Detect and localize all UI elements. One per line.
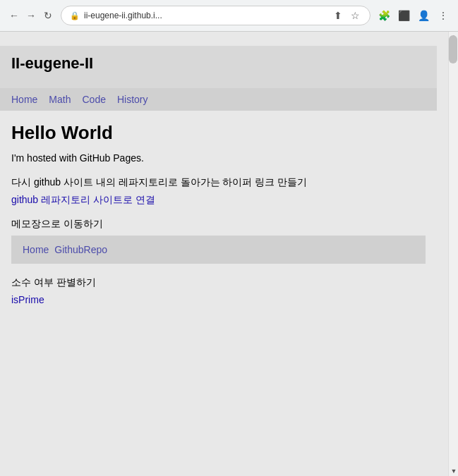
extensions-button[interactable]: 🧩: [376, 8, 392, 23]
code-home-link[interactable]: Home: [23, 244, 49, 255]
section3: 소수 여부 판별하기 isPrime: [11, 275, 426, 305]
address-text: ii-eugene-ii.github.i...: [84, 11, 328, 20]
page-content: II-eugene-II Home Math Code History Hell…: [0, 32, 448, 476]
code-links: Home GithubRepo: [23, 244, 414, 255]
site-title: II-eugene-II: [11, 54, 426, 73]
page-heading: Hello World: [11, 122, 426, 144]
section2: 메모장으로 이동하기: [11, 216, 426, 231]
address-actions: ⬆ ☆: [332, 10, 361, 21]
profile-button[interactable]: 👤: [416, 8, 431, 23]
back-button[interactable]: ←: [7, 8, 21, 23]
browser-chrome: ← → ↻ 🔒 ii-eugene-ii.github.i... ⬆ ☆ 🧩 ⬛…: [0, 0, 458, 32]
forward-button[interactable]: →: [24, 8, 38, 23]
nav-home[interactable]: Home: [11, 94, 37, 105]
nav-code[interactable]: Code: [82, 94, 105, 105]
page-subtitle: I'm hosted with GitHub Pages.: [11, 152, 426, 164]
sync-button[interactable]: ⬛: [396, 8, 411, 23]
code-section: Home GithubRepo: [11, 236, 426, 264]
reload-button[interactable]: ↻: [41, 8, 55, 23]
section3-text: 소수 여부 판별하기: [11, 275, 426, 290]
site-nav: Home Math Code History: [0, 88, 437, 111]
nav-buttons: ← → ↻: [7, 8, 55, 23]
section2-text: 메모장으로 이동하기: [11, 216, 426, 231]
section1-text: 다시 github 사이트 내의 레파지토리로 돌아가는 하이퍼 링크 만들기: [11, 175, 426, 190]
scroll-track[interactable]: ▲ ▼: [448, 32, 458, 476]
address-bar[interactable]: 🔒 ii-eugene-ii.github.i... ⬆ ☆: [61, 6, 370, 25]
scroll-down-arrow[interactable]: ▼: [449, 466, 458, 476]
scroll-thumb[interactable]: [449, 35, 457, 63]
section3-link[interactable]: isPrime: [11, 294, 426, 305]
lock-icon: 🔒: [70, 11, 80, 20]
browser-actions: 🧩 ⬛ 👤 ⋮: [376, 8, 451, 23]
browser-toolbar: ← → ↻ 🔒 ii-eugene-ii.github.i... ⬆ ☆ 🧩 ⬛…: [0, 0, 458, 31]
section1-link[interactable]: github 레파지토리 사이트로 연결: [11, 194, 426, 207]
section1: 다시 github 사이트 내의 레파지토리로 돌아가는 하이퍼 링크 만들기 …: [11, 175, 426, 207]
nav-history[interactable]: History: [117, 94, 148, 105]
share-button[interactable]: ⬆: [332, 10, 344, 21]
nav-math[interactable]: Math: [49, 94, 71, 105]
site-header: II-eugene-II: [0, 46, 437, 88]
menu-button[interactable]: ⋮: [435, 8, 451, 23]
star-button[interactable]: ☆: [349, 10, 361, 21]
main-content: Hello World I'm hosted with GitHub Pages…: [0, 122, 437, 305]
code-githubrepo-link[interactable]: GithubRepo: [54, 244, 107, 255]
